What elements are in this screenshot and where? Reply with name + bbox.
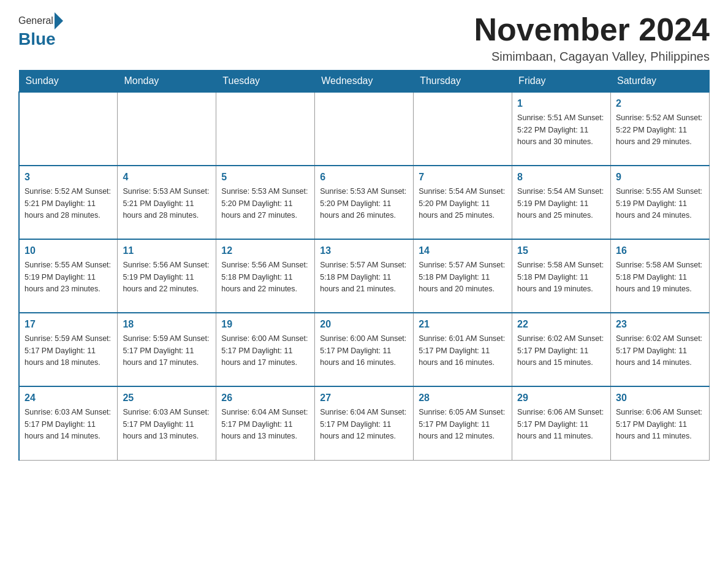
calendar-cell: 14Sunrise: 5:57 AM Sunset: 5:18 PM Dayli… bbox=[414, 239, 512, 313]
weekday-header-wednesday: Wednesday bbox=[315, 71, 414, 93]
day-info: Sunrise: 6:04 AM Sunset: 5:17 PM Dayligh… bbox=[221, 407, 309, 442]
day-number: 6 bbox=[320, 170, 408, 185]
calendar-cell: 3Sunrise: 5:52 AM Sunset: 5:21 PM Daylig… bbox=[19, 166, 118, 239]
day-info: Sunrise: 5:53 AM Sunset: 5:21 PM Dayligh… bbox=[123, 186, 211, 221]
calendar-table: SundayMondayTuesdayWednesdayThursdayFrid… bbox=[18, 70, 710, 461]
day-number: 19 bbox=[221, 317, 309, 332]
calendar-cell: 30Sunrise: 6:06 AM Sunset: 5:17 PM Dayli… bbox=[611, 386, 710, 460]
calendar-cell: 6Sunrise: 5:53 AM Sunset: 5:20 PM Daylig… bbox=[315, 166, 414, 239]
logo-arrow-icon bbox=[55, 12, 63, 29]
calendar-cell: 13Sunrise: 5:57 AM Sunset: 5:18 PM Dayli… bbox=[315, 239, 414, 313]
day-number: 7 bbox=[419, 170, 507, 185]
day-info: Sunrise: 5:53 AM Sunset: 5:20 PM Dayligh… bbox=[221, 186, 309, 221]
calendar-cell bbox=[315, 92, 414, 166]
day-info: Sunrise: 5:55 AM Sunset: 5:19 PM Dayligh… bbox=[616, 186, 704, 221]
weekday-header-monday: Monday bbox=[118, 71, 216, 93]
day-info: Sunrise: 5:58 AM Sunset: 5:18 PM Dayligh… bbox=[616, 259, 704, 295]
day-number: 29 bbox=[517, 391, 605, 405]
weekday-header-row: SundayMondayTuesdayWednesdayThursdayFrid… bbox=[19, 71, 710, 93]
day-info: Sunrise: 6:00 AM Sunset: 5:17 PM Dayligh… bbox=[221, 333, 309, 369]
calendar-cell: 26Sunrise: 6:04 AM Sunset: 5:17 PM Dayli… bbox=[216, 386, 315, 460]
weekday-header-friday: Friday bbox=[512, 71, 611, 93]
day-info: Sunrise: 5:52 AM Sunset: 5:21 PM Dayligh… bbox=[25, 186, 112, 221]
calendar-cell: 24Sunrise: 6:03 AM Sunset: 5:17 PM Dayli… bbox=[19, 386, 118, 460]
calendar-cell: 17Sunrise: 5:59 AM Sunset: 5:17 PM Dayli… bbox=[19, 313, 118, 386]
day-number: 17 bbox=[25, 317, 112, 332]
calendar-week-row: 3Sunrise: 5:52 AM Sunset: 5:21 PM Daylig… bbox=[19, 166, 710, 239]
page-header: General Blue November 2024 Simimbaan, Ca… bbox=[18, 12, 710, 64]
day-number: 21 bbox=[419, 317, 507, 332]
logo-general-text: General bbox=[18, 15, 53, 26]
day-number: 25 bbox=[123, 391, 211, 405]
calendar-cell: 19Sunrise: 6:00 AM Sunset: 5:17 PM Dayli… bbox=[216, 313, 315, 386]
weekday-header-saturday: Saturday bbox=[611, 71, 710, 93]
day-number: 11 bbox=[123, 243, 211, 258]
day-info: Sunrise: 5:51 AM Sunset: 5:22 PM Dayligh… bbox=[517, 112, 605, 148]
day-info: Sunrise: 6:03 AM Sunset: 5:17 PM Dayligh… bbox=[123, 407, 211, 442]
calendar-cell bbox=[19, 92, 118, 166]
day-info: Sunrise: 6:06 AM Sunset: 5:17 PM Dayligh… bbox=[616, 407, 704, 442]
calendar-cell: 27Sunrise: 6:04 AM Sunset: 5:17 PM Dayli… bbox=[315, 386, 414, 460]
day-info: Sunrise: 5:54 AM Sunset: 5:19 PM Dayligh… bbox=[517, 186, 605, 221]
calendar-cell bbox=[216, 92, 315, 166]
calendar-cell: 25Sunrise: 6:03 AM Sunset: 5:17 PM Dayli… bbox=[118, 386, 216, 460]
day-number: 3 bbox=[25, 170, 112, 185]
calendar-cell: 8Sunrise: 5:54 AM Sunset: 5:19 PM Daylig… bbox=[512, 166, 611, 239]
day-number: 23 bbox=[616, 317, 704, 332]
calendar-week-row: 1Sunrise: 5:51 AM Sunset: 5:22 PM Daylig… bbox=[19, 92, 710, 166]
day-info: Sunrise: 5:56 AM Sunset: 5:19 PM Dayligh… bbox=[123, 259, 211, 295]
day-number: 14 bbox=[419, 243, 507, 258]
day-number: 18 bbox=[123, 317, 211, 332]
day-info: Sunrise: 6:02 AM Sunset: 5:17 PM Dayligh… bbox=[616, 333, 704, 369]
day-info: Sunrise: 5:52 AM Sunset: 5:22 PM Dayligh… bbox=[616, 112, 704, 148]
calendar-cell: 5Sunrise: 5:53 AM Sunset: 5:20 PM Daylig… bbox=[216, 166, 315, 239]
calendar-cell: 12Sunrise: 5:56 AM Sunset: 5:18 PM Dayli… bbox=[216, 239, 315, 313]
calendar-cell bbox=[118, 92, 216, 166]
calendar-cell: 22Sunrise: 6:02 AM Sunset: 5:17 PM Dayli… bbox=[512, 313, 611, 386]
logo-blue-text: Blue bbox=[18, 29, 56, 49]
day-number: 12 bbox=[221, 243, 309, 258]
calendar-cell: 1Sunrise: 5:51 AM Sunset: 5:22 PM Daylig… bbox=[512, 92, 611, 166]
day-info: Sunrise: 6:03 AM Sunset: 5:17 PM Dayligh… bbox=[25, 407, 112, 442]
day-number: 9 bbox=[616, 170, 704, 185]
calendar-cell: 15Sunrise: 5:58 AM Sunset: 5:18 PM Dayli… bbox=[512, 239, 611, 313]
calendar-week-row: 24Sunrise: 6:03 AM Sunset: 5:17 PM Dayli… bbox=[19, 386, 710, 460]
day-info: Sunrise: 6:00 AM Sunset: 5:17 PM Dayligh… bbox=[320, 333, 408, 369]
day-info: Sunrise: 5:59 AM Sunset: 5:17 PM Dayligh… bbox=[123, 333, 211, 369]
calendar-cell: 9Sunrise: 5:55 AM Sunset: 5:19 PM Daylig… bbox=[611, 166, 710, 239]
day-number: 26 bbox=[221, 391, 309, 405]
day-info: Sunrise: 5:58 AM Sunset: 5:18 PM Dayligh… bbox=[517, 259, 605, 295]
day-info: Sunrise: 5:57 AM Sunset: 5:18 PM Dayligh… bbox=[419, 259, 507, 295]
calendar-body: 1Sunrise: 5:51 AM Sunset: 5:22 PM Daylig… bbox=[19, 92, 710, 460]
calendar-cell: 23Sunrise: 6:02 AM Sunset: 5:17 PM Dayli… bbox=[611, 313, 710, 386]
day-number: 5 bbox=[221, 170, 309, 185]
calendar-cell: 4Sunrise: 5:53 AM Sunset: 5:21 PM Daylig… bbox=[118, 166, 216, 239]
day-info: Sunrise: 5:54 AM Sunset: 5:20 PM Dayligh… bbox=[419, 186, 507, 221]
calendar-cell: 10Sunrise: 5:55 AM Sunset: 5:19 PM Dayli… bbox=[19, 239, 118, 313]
calendar-cell: 7Sunrise: 5:54 AM Sunset: 5:20 PM Daylig… bbox=[414, 166, 512, 239]
day-number: 27 bbox=[320, 391, 408, 405]
calendar-cell: 20Sunrise: 6:00 AM Sunset: 5:17 PM Dayli… bbox=[315, 313, 414, 386]
day-info: Sunrise: 5:56 AM Sunset: 5:18 PM Dayligh… bbox=[221, 259, 309, 295]
day-info: Sunrise: 6:01 AM Sunset: 5:17 PM Dayligh… bbox=[419, 333, 507, 369]
calendar-cell: 11Sunrise: 5:56 AM Sunset: 5:19 PM Dayli… bbox=[118, 239, 216, 313]
calendar-cell: 18Sunrise: 5:59 AM Sunset: 5:17 PM Dayli… bbox=[118, 313, 216, 386]
day-number: 1 bbox=[517, 96, 605, 111]
day-number: 13 bbox=[320, 243, 408, 258]
day-number: 22 bbox=[517, 317, 605, 332]
day-number: 24 bbox=[25, 391, 112, 405]
calendar-cell bbox=[414, 92, 512, 166]
calendar-week-row: 17Sunrise: 5:59 AM Sunset: 5:17 PM Dayli… bbox=[19, 313, 710, 386]
calendar-cell: 16Sunrise: 5:58 AM Sunset: 5:18 PM Dayli… bbox=[611, 239, 710, 313]
day-info: Sunrise: 6:05 AM Sunset: 5:17 PM Dayligh… bbox=[419, 407, 507, 442]
day-info: Sunrise: 6:02 AM Sunset: 5:17 PM Dayligh… bbox=[517, 333, 605, 369]
weekday-header-thursday: Thursday bbox=[414, 71, 512, 93]
day-info: Sunrise: 6:04 AM Sunset: 5:17 PM Dayligh… bbox=[320, 407, 408, 442]
calendar-week-row: 10Sunrise: 5:55 AM Sunset: 5:19 PM Dayli… bbox=[19, 239, 710, 313]
calendar-cell: 28Sunrise: 6:05 AM Sunset: 5:17 PM Dayli… bbox=[414, 386, 512, 460]
day-info: Sunrise: 5:59 AM Sunset: 5:17 PM Dayligh… bbox=[25, 333, 112, 369]
day-number: 16 bbox=[616, 243, 704, 258]
location-subtitle: Simimbaan, Cagayan Valley, Philippines bbox=[474, 50, 710, 64]
month-title: November 2024 bbox=[474, 12, 710, 47]
logo: General Blue bbox=[18, 12, 63, 49]
